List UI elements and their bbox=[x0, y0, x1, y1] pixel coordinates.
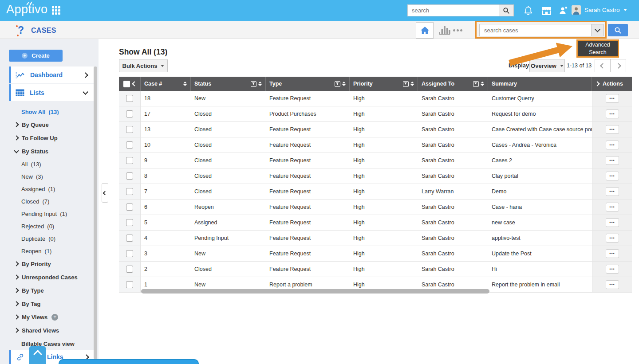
table-row[interactable]: 4Pending InputFeature RequestHighSarah C… bbox=[119, 231, 632, 246]
cases-search-input[interactable] bbox=[479, 24, 592, 36]
sidebar-item-all[interactable]: All(13) bbox=[0, 158, 94, 170]
sort-icon[interactable] bbox=[342, 82, 346, 86]
row-actions-button[interactable] bbox=[606, 265, 619, 274]
row-checkbox[interactable] bbox=[126, 219, 133, 226]
table-row[interactable]: 7ClosedFeature RequestHighLarry WarranDe… bbox=[119, 184, 632, 200]
sidebar-item-unresponded-cases[interactable]: Unresponded Cases bbox=[0, 270, 94, 284]
sidebar-item-duplicate[interactable]: Duplicate(0) bbox=[0, 232, 94, 245]
row-actions-button[interactable] bbox=[606, 125, 619, 134]
sidebar-item-lists[interactable]: Lists bbox=[9, 84, 94, 101]
create-button[interactable]: + Create bbox=[9, 50, 63, 62]
user-menu[interactable]: Sarah Castro bbox=[572, 5, 627, 15]
add-view-icon[interactable]: + bbox=[51, 314, 58, 321]
home-button[interactable] bbox=[416, 22, 434, 39]
filter-icon[interactable] bbox=[335, 81, 340, 87]
sidebar-item-show-all[interactable]: Show All(13) bbox=[0, 106, 94, 118]
sort-icon[interactable] bbox=[183, 82, 187, 86]
table-row[interactable]: 6ReopenFeature RequestHighSarah CastroCa… bbox=[119, 200, 632, 215]
sort-icon[interactable] bbox=[481, 82, 484, 86]
row-checkbox[interactable] bbox=[126, 250, 133, 257]
table-row[interactable]: 10ClosedFeature RequestHighSarah CastroC… bbox=[119, 137, 632, 153]
table-row[interactable]: 9ClosedFeature RequestHighSarah CastroCa… bbox=[119, 153, 632, 168]
sidebar-item-by-queue[interactable]: By Queue bbox=[0, 118, 94, 131]
sidebar-item-rejected[interactable]: Rejected(0) bbox=[0, 220, 94, 232]
row-actions-button[interactable] bbox=[606, 94, 619, 103]
collapse-checkbox-column-icon[interactable] bbox=[132, 81, 137, 86]
row-actions-button[interactable] bbox=[606, 249, 619, 258]
table-row[interactable]: 5AssignedFeature RequestHighSarah Castro… bbox=[119, 215, 632, 231]
store-icon[interactable] bbox=[541, 6, 552, 16]
row-actions-button[interactable] bbox=[606, 172, 619, 180]
column-header-case-[interactable]: Case # bbox=[141, 77, 191, 91]
table-row[interactable]: 18NewFeature RequestHighSarah CastroCust… bbox=[119, 91, 632, 106]
row-actions-button[interactable] bbox=[606, 110, 619, 118]
column-header-actions[interactable]: Actions bbox=[592, 77, 632, 91]
contacts-person-icon[interactable] bbox=[558, 5, 569, 16]
table-row[interactable]: 3NewFeature RequestHighSarah CastroUpdat… bbox=[119, 246, 632, 262]
row-checkbox[interactable] bbox=[126, 188, 133, 195]
table-row[interactable]: 17ClosedProduct PurchasesHighSarah Castr… bbox=[119, 106, 632, 122]
row-checkbox[interactable] bbox=[126, 141, 133, 149]
table-row[interactable]: 8ClosedFeature RequestHighSarah CastroCl… bbox=[119, 168, 632, 184]
sidebar-item-my-views[interactable]: My Views+ bbox=[0, 310, 94, 324]
row-actions-button[interactable] bbox=[606, 218, 619, 227]
scroll-to-top-button[interactable] bbox=[29, 346, 46, 364]
row-actions-button[interactable] bbox=[606, 156, 619, 165]
previous-page-button[interactable] bbox=[595, 59, 611, 72]
sidebar-item-billable-cases-view[interactable]: Billable Cases view bbox=[0, 337, 94, 350]
horizontal-scrollbar[interactable] bbox=[141, 289, 489, 294]
row-checkbox[interactable] bbox=[126, 172, 133, 180]
global-search-button[interactable] bbox=[499, 4, 514, 16]
select-all-checkbox[interactable] bbox=[123, 81, 130, 87]
next-page-button[interactable] bbox=[610, 59, 626, 72]
column-header-status[interactable]: Status bbox=[191, 77, 266, 91]
sidebar-item-by-type[interactable]: By Type bbox=[0, 284, 94, 297]
sidebar-item-by-priority[interactable]: By Priority bbox=[0, 257, 94, 270]
sidebar-item-by-tag[interactable]: By Tag bbox=[0, 297, 94, 310]
app-grid-icon[interactable] bbox=[52, 6, 60, 15]
sidebar-item-pending-input[interactable]: Pending Input(1) bbox=[0, 207, 94, 220]
cases-search-button[interactable] bbox=[608, 24, 628, 36]
bulk-actions-button[interactable]: Bulk Actions bbox=[119, 59, 168, 72]
sidebar-item-dashboard[interactable]: Dashboard bbox=[9, 67, 94, 83]
sidebar-item-reopen[interactable]: Reopen(1) bbox=[0, 245, 94, 257]
sidebar-item-closed[interactable]: Closed(7) bbox=[0, 195, 94, 207]
sidebar-item-assigned[interactable]: Assigned(1) bbox=[0, 183, 94, 195]
table-row[interactable]: 2ClosedFeature RequestHighSarah CastroHi bbox=[119, 262, 632, 277]
sidebar-scrollbar[interactable] bbox=[94, 67, 97, 364]
advanced-search-dropdown-button[interactable] bbox=[592, 24, 604, 36]
row-checkbox[interactable] bbox=[126, 266, 133, 273]
row-actions-button[interactable] bbox=[606, 234, 619, 243]
column-header-type[interactable]: Type bbox=[266, 77, 350, 91]
row-actions-button[interactable] bbox=[606, 280, 619, 289]
row-actions-button[interactable] bbox=[606, 203, 619, 211]
sidebar-item-new[interactable]: New(3) bbox=[0, 170, 94, 183]
column-header-priority[interactable]: Priority bbox=[350, 77, 418, 91]
sort-icon[interactable] bbox=[410, 82, 414, 86]
sort-icon[interactable] bbox=[258, 82, 262, 86]
filter-icon[interactable] bbox=[473, 81, 479, 87]
row-actions-button[interactable] bbox=[606, 141, 619, 149]
display-overview-dropdown[interactable]: Overview bbox=[529, 59, 565, 72]
row-checkbox[interactable] bbox=[126, 235, 133, 242]
row-checkbox[interactable] bbox=[126, 95, 133, 102]
sidebar-item-by-status[interactable]: By Status bbox=[0, 145, 94, 158]
row-checkbox[interactable] bbox=[126, 281, 133, 288]
row-actions-button[interactable] bbox=[606, 187, 619, 196]
filter-icon[interactable] bbox=[251, 81, 256, 87]
row-checkbox[interactable] bbox=[126, 126, 133, 133]
sidebar-item-to-follow-up[interactable]: To Follow Up bbox=[0, 131, 94, 145]
column-header-assigned-to[interactable]: Assigned To bbox=[418, 77, 488, 91]
sidebar-item-shared-views[interactable]: Shared Views bbox=[0, 324, 94, 337]
row-checkbox[interactable] bbox=[126, 157, 133, 164]
notifications-bell-icon[interactable] bbox=[523, 5, 533, 16]
filter-icon[interactable] bbox=[403, 81, 409, 87]
row-checkbox[interactable] bbox=[126, 110, 133, 117]
global-search-input[interactable] bbox=[407, 4, 499, 16]
reports-chart-icon[interactable] bbox=[438, 23, 451, 36]
sidebar-scrollbar-thumb[interactable] bbox=[94, 67, 97, 359]
column-header-summary[interactable]: Summary bbox=[488, 77, 592, 91]
sidebar-collapse-handle[interactable] bbox=[102, 183, 108, 203]
row-checkbox[interactable] bbox=[126, 204, 133, 211]
more-options-icon[interactable] bbox=[453, 29, 455, 31]
